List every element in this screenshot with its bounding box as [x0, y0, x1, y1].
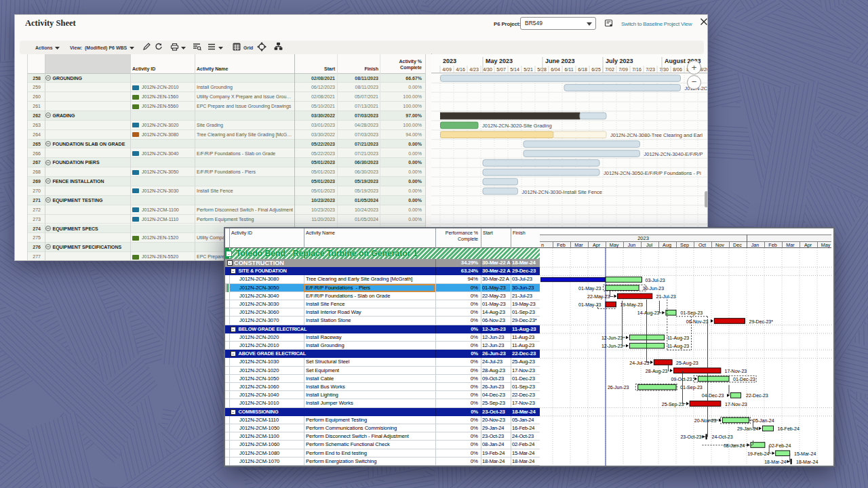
- svg-text:2023: 2023: [443, 58, 456, 64]
- svg-text:J012N-2CN-3080-Tree Clearing a: J012N-2CN-3080-Tree Clearing and Earl: [610, 132, 703, 138]
- svg-text:25-Aug-23: 25-Aug-23: [676, 361, 698, 366]
- svg-text:04-Dec-23: 04-Dec-23: [701, 393, 724, 398]
- svg-text:17-Nov-23: 17-Nov-23: [724, 369, 747, 373]
- svg-text:5/07: 5/07: [496, 67, 506, 72]
- svg-text:6/04: 6/04: [551, 67, 560, 72]
- svg-text:29-Jan-24: 29-Jan-24: [736, 426, 758, 431]
- svg-text:4/30: 4/30: [483, 67, 492, 72]
- svg-text:4/09: 4/09: [442, 67, 452, 72]
- svg-text:01-Sep-23: 01-Sep-23: [680, 310, 703, 316]
- svg-text:01-Dec-23: 01-Dec-23: [733, 377, 755, 382]
- svg-text:J012N-2CN-3050-E/F/R/P Foundat: J012N-2CN-3050-E/F/R/P Foundations - Pi: [604, 170, 701, 176]
- svg-text:23-Oct-23: 23-Oct-23: [680, 434, 701, 439]
- svg-text:7/09: 7/09: [618, 67, 628, 72]
- svg-text:4/16: 4/16: [456, 67, 465, 72]
- svg-text:17-Nov-23: 17-Nov-23: [725, 402, 747, 407]
- svg-text:May 2023: May 2023: [486, 58, 513, 64]
- svg-text:J012N-2CN-3020-Site Grading: J012N-2CN-3020-Site Grading: [482, 123, 552, 129]
- svg-text:05-Jan-24: 05-Jan-24: [753, 418, 774, 423]
- svg-text:06-Nov-23: 06-Nov-23: [686, 319, 708, 324]
- svg-text:18-Mar-24: 18-Mar-24: [764, 460, 786, 464]
- svg-text:July 2023: July 2023: [606, 58, 633, 64]
- svg-text:7/30: 7/30: [659, 67, 669, 72]
- svg-text:8/20: 8/20: [700, 67, 707, 72]
- svg-text:8/13: 8/13: [686, 67, 696, 72]
- svg-text:J012N-2CN-2010-Install Groundi: J012N-2CN-2010-Install Grounding: [685, 85, 708, 92]
- svg-text:22-May-23: 22-May-23: [587, 294, 610, 300]
- svg-text:19-May-23: 19-May-23: [620, 302, 643, 308]
- svg-text:03-Jul-23: 03-Jul-23: [645, 278, 665, 283]
- svg-text:26-Jun-23: 26-Jun-23: [607, 385, 629, 390]
- svg-text:7/23: 7/23: [646, 67, 655, 72]
- svg-text:19-Feb-24: 19-Feb-24: [747, 451, 769, 456]
- svg-text:25-Sep-23: 25-Sep-23: [661, 402, 684, 407]
- svg-text:29-Dec-23*: 29-Dec-23*: [749, 319, 773, 324]
- svg-text:15-Mar-24: 15-Mar-24: [794, 451, 816, 456]
- svg-text:18-Mar-24: 18-Mar-24: [796, 460, 818, 464]
- svg-text:21-Jul-23: 21-Jul-23: [656, 294, 675, 299]
- svg-text:7/16: 7/16: [632, 67, 642, 72]
- svg-text:5/21: 5/21: [524, 67, 533, 72]
- svg-text:12-Jun-23: 12-Jun-23: [601, 336, 623, 340]
- svg-text:6/11: 6/11: [564, 67, 573, 72]
- svg-text:24-Oct-23: 24-Oct-23: [711, 434, 732, 439]
- svg-text:02-Feb-24: 02-Feb-24: [769, 443, 791, 448]
- svg-text:4/23: 4/23: [469, 67, 479, 72]
- svg-text:6/25: 6/25: [591, 67, 601, 72]
- svg-text:12-Jun-23: 12-Jun-23: [601, 344, 623, 348]
- svg-text:6/18: 6/18: [578, 67, 587, 72]
- svg-text:28-Aug-23: 28-Aug-23: [645, 369, 667, 374]
- svg-text:August 2023: August 2023: [665, 58, 701, 64]
- svg-text:J012N-2CN-3030-Install Site Fe: J012N-2CN-3030-Install Site Fence: [522, 189, 602, 195]
- svg-text:11-Aug-23: 11-Aug-23: [667, 336, 689, 341]
- svg-text:01-May-23: 01-May-23: [578, 286, 601, 291]
- svg-text:8/06: 8/06: [673, 67, 682, 72]
- svg-text:5/14: 5/14: [510, 67, 519, 72]
- svg-text:7/02: 7/02: [605, 67, 614, 72]
- svg-text:09-Oct-23: 09-Oct-23: [671, 377, 692, 382]
- svg-text:20-Nov-23: 20-Nov-23: [694, 418, 716, 423]
- svg-text:June 2023: June 2023: [545, 58, 575, 64]
- svg-text:22-Dec-23: 22-Dec-23: [746, 393, 768, 398]
- svg-text:J012N-2CN-3040-E/F/R/P: J012N-2CN-3040-E/F/R/P: [644, 151, 703, 157]
- svg-text:5/28: 5/28: [537, 67, 547, 72]
- svg-text:11-Aug-23: 11-Aug-23: [667, 344, 689, 349]
- svg-text:01-Sep-23: 01-Sep-23: [680, 385, 703, 390]
- svg-text:16-Feb-24: 16-Feb-24: [777, 426, 799, 431]
- svg-text:14-Aug-23: 14-Aug-23: [637, 310, 659, 316]
